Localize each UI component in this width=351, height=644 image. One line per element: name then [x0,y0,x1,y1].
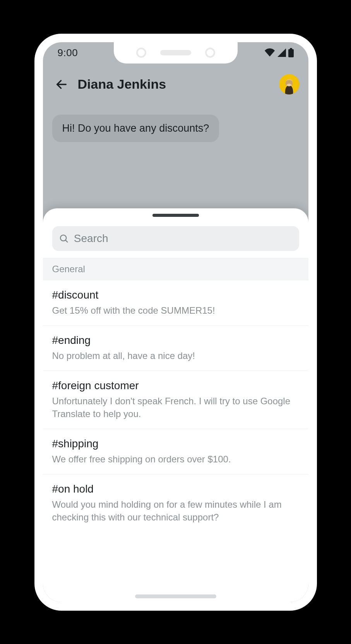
canned-response-tag: #ending [52,334,299,347]
canned-response-desc: Unfortunately I don't speak French. I wi… [52,395,299,420]
sheet-drag-handle[interactable] [152,214,199,217]
page-background: 9:00 Diana Jenkins [0,0,351,644]
chat-header: Diana Jenkins [43,64,308,104]
arrow-left-icon [55,78,68,91]
chat-area: Hi! Do you have any discounts? [43,104,308,208]
search-container [43,224,308,258]
chat-title: Diana Jenkins [78,77,272,92]
incoming-message-bubble[interactable]: Hi! Do you have any discounts? [52,115,219,142]
svg-line-6 [65,240,67,242]
section-label-general: General [43,258,308,280]
phone-frame: 9:00 Diana Jenkins [34,34,317,611]
avatar-person-icon [279,74,299,94]
cellular-icon [277,48,286,57]
canned-response-desc: We offer free shipping on orders over $1… [52,453,299,465]
wifi-icon [264,48,275,57]
canned-response-desc: Get 15% off with the code SUMMER15! [52,304,299,317]
canned-response-item[interactable]: #on hold Would you mind holding on for a… [43,474,308,532]
canned-response-item[interactable]: #foreign customer Unfortunately I don't … [43,371,308,429]
canned-response-item[interactable]: #discount Get 15% off with the code SUMM… [43,280,308,326]
canned-response-desc: Would you mind holding on for a few minu… [52,498,299,524]
status-icons [264,48,294,57]
search-field[interactable] [52,226,299,251]
phone-notch [114,42,238,64]
canned-response-tag: #shipping [52,438,299,450]
svg-rect-0 [288,49,294,57]
canned-response-tag: #discount [52,289,299,301]
back-button[interactable] [52,75,71,94]
home-indicator[interactable] [135,594,216,598]
canned-response-item[interactable]: #ending No problem at all, have a nice d… [43,326,308,371]
canned-responses-sheet: General #discount Get 15% off with the c… [43,208,308,602]
camera-icon [136,48,146,58]
phone-screen: 9:00 Diana Jenkins [43,42,308,602]
camera-icon [205,48,215,58]
avatar[interactable] [279,74,299,94]
search-icon [59,234,68,244]
battery-icon [288,48,294,57]
svg-rect-1 [290,48,292,50]
canned-response-tag: #foreign customer [52,380,299,392]
incoming-message-text: Hi! Do you have any discounts? [62,122,209,134]
status-time: 9:00 [58,47,78,59]
speaker-icon [160,50,191,55]
search-input[interactable] [74,232,292,245]
canned-response-desc: No problem at all, have a nice day! [52,350,299,362]
canned-responses-list: #discount Get 15% off with the code SUMM… [43,280,308,532]
canned-response-item[interactable]: #shipping We offer free shipping on orde… [43,429,308,474]
canned-response-tag: #on hold [52,483,299,495]
